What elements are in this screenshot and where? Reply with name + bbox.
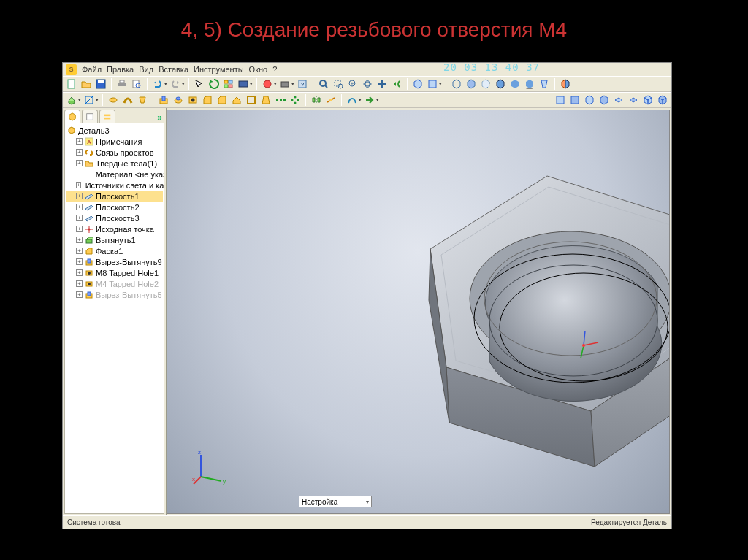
menu-file[interactable]: Файл bbox=[82, 65, 102, 74]
right-view-icon[interactable] bbox=[598, 93, 611, 107]
tree-item[interactable]: +Вырез-Вытянуть5 bbox=[66, 289, 163, 300]
curves-icon[interactable] bbox=[346, 93, 359, 107]
fillet-icon[interactable] bbox=[201, 93, 214, 107]
sweep-icon[interactable] bbox=[121, 93, 134, 107]
select-icon[interactable] bbox=[193, 77, 206, 91]
menu-edit[interactable]: Правка bbox=[107, 65, 134, 74]
svg-point-37 bbox=[294, 96, 297, 99]
feature-tree[interactable]: Деталь3 +AПримечания+Связь проектов+Твер… bbox=[64, 123, 164, 514]
slide-title: 4, 5) Создание резьбового отверстия M4 bbox=[0, 0, 748, 49]
save-icon[interactable] bbox=[94, 77, 107, 91]
tree-item-label: Исходная точка bbox=[96, 225, 154, 234]
svg-point-12 bbox=[264, 80, 271, 88]
tree-item[interactable]: +Плоскость2 bbox=[66, 202, 163, 212]
tree-item[interactable]: +Материал <не указан> bbox=[66, 169, 163, 180]
tree-item-label: Плоскость3 bbox=[96, 214, 140, 223]
dimetric-view-icon[interactable] bbox=[656, 93, 669, 107]
back-view-icon[interactable] bbox=[568, 93, 581, 107]
preview-icon[interactable] bbox=[130, 77, 143, 91]
screen-capture-icon[interactable] bbox=[237, 77, 250, 91]
move-copy-icon[interactable] bbox=[363, 93, 376, 107]
isometric-view-icon[interactable] bbox=[641, 93, 654, 107]
normal-to-icon[interactable] bbox=[426, 77, 439, 91]
tree-item[interactable]: +Плоскость3 bbox=[66, 212, 163, 223]
tree-item[interactable]: +Твердые тела(1) bbox=[66, 158, 163, 169]
view-settings-select[interactable]: Настройка bbox=[299, 496, 372, 507]
wireframe-icon[interactable] bbox=[450, 77, 463, 91]
help-icon[interactable]: ? bbox=[296, 77, 309, 91]
zoom-in-out-icon[interactable]: ± bbox=[346, 77, 359, 91]
tree-item[interactable]: +Исходная точка bbox=[66, 223, 163, 234]
tree-root[interactable]: Деталь3 bbox=[66, 125, 163, 136]
reference-geom-icon[interactable] bbox=[324, 93, 337, 107]
front-view-icon[interactable] bbox=[554, 93, 567, 107]
menu-view[interactable]: Вид bbox=[139, 65, 153, 74]
redo-icon[interactable] bbox=[169, 77, 182, 91]
svg-point-26 bbox=[110, 98, 117, 102]
collapse-pane-icon[interactable]: » bbox=[157, 112, 162, 123]
svg-rect-43 bbox=[571, 96, 579, 104]
tree-item[interactable]: +Вырез-Вытянуть9 bbox=[66, 256, 163, 267]
feature-tree-tab[interactable] bbox=[64, 110, 80, 123]
hidden-visible-icon[interactable] bbox=[479, 77, 492, 91]
menu-insert[interactable]: Вставка bbox=[159, 65, 188, 74]
rebuild-icon[interactable] bbox=[207, 77, 221, 91]
open-icon[interactable] bbox=[80, 77, 93, 91]
new-icon[interactable] bbox=[65, 77, 78, 91]
svg-text:±: ± bbox=[351, 80, 354, 87]
hidden-removed-icon[interactable] bbox=[465, 77, 478, 91]
top-view-icon[interactable] bbox=[612, 93, 625, 107]
rib-icon[interactable] bbox=[230, 93, 243, 107]
hole-wizard-icon[interactable] bbox=[186, 93, 199, 107]
draft-icon[interactable] bbox=[259, 93, 272, 107]
tree-item[interactable]: +AПримечания bbox=[66, 136, 163, 147]
property-manager-tab[interactable] bbox=[82, 110, 98, 123]
sketch-icon[interactable] bbox=[83, 93, 96, 107]
tree-item-label: Фаска1 bbox=[96, 247, 123, 256]
shaded-icon[interactable] bbox=[508, 77, 522, 91]
options-icon[interactable] bbox=[222, 77, 235, 91]
left-view-icon[interactable] bbox=[583, 93, 596, 107]
undo-icon[interactable] bbox=[151, 77, 164, 91]
prev-view-icon[interactable] bbox=[390, 77, 403, 91]
tree-item[interactable]: +Плоскость1 bbox=[66, 191, 163, 202]
revolve-icon[interactable] bbox=[107, 93, 120, 107]
menu-window[interactable]: Окно bbox=[249, 65, 268, 74]
perspective-icon[interactable] bbox=[538, 77, 551, 91]
svg-point-58 bbox=[88, 283, 91, 285]
tree-item[interactable]: +M4 Tapped Hole2 bbox=[66, 278, 163, 289]
svg-rect-54 bbox=[88, 259, 91, 263]
tree-item[interactable]: +Вытянуть1 bbox=[66, 234, 163, 245]
zoom-area-icon[interactable] bbox=[332, 77, 345, 91]
zoom-fit-icon[interactable] bbox=[317, 77, 330, 91]
extrude-cut-icon[interactable] bbox=[157, 93, 170, 107]
tree-item[interactable]: +M8 Tapped Hole1 bbox=[66, 267, 163, 278]
menu-help[interactable]: ? bbox=[272, 65, 277, 74]
bottom-view-icon[interactable] bbox=[627, 93, 640, 107]
tree-item[interactable]: +Источники света и камеры bbox=[66, 180, 163, 191]
shell-icon[interactable] bbox=[245, 93, 258, 107]
section-view-icon[interactable] bbox=[559, 77, 572, 91]
appearance-icon[interactable] bbox=[261, 77, 274, 91]
svg-rect-8 bbox=[229, 80, 232, 83]
tree-item[interactable]: +Связь проектов bbox=[66, 147, 163, 158]
menu-tools[interactable]: Инструменты bbox=[194, 65, 244, 74]
iso-view-icon[interactable] bbox=[411, 77, 424, 91]
print-icon[interactable] bbox=[115, 77, 129, 91]
svg-rect-2 bbox=[98, 80, 104, 83]
linear-pattern-icon[interactable] bbox=[274, 93, 287, 107]
shadow-icon[interactable] bbox=[523, 77, 536, 91]
circular-pattern-icon[interactable] bbox=[289, 93, 302, 107]
viewport-3d[interactable]: z y x Настройка bbox=[167, 110, 670, 514]
extrude-boss-icon[interactable] bbox=[65, 93, 78, 107]
revolve-cut-icon[interactable] bbox=[172, 93, 185, 107]
config-manager-tab[interactable] bbox=[99, 110, 115, 123]
pan-icon[interactable] bbox=[375, 77, 389, 91]
mirror-icon[interactable] bbox=[310, 93, 323, 107]
chamfer-icon[interactable] bbox=[215, 93, 229, 107]
rotate-icon[interactable] bbox=[361, 77, 374, 91]
loft-icon[interactable] bbox=[136, 93, 149, 107]
tree-item[interactable]: +Фаска1 bbox=[66, 245, 163, 256]
toolbox-icon[interactable] bbox=[278, 77, 291, 91]
shaded-edges-icon[interactable] bbox=[494, 77, 507, 91]
